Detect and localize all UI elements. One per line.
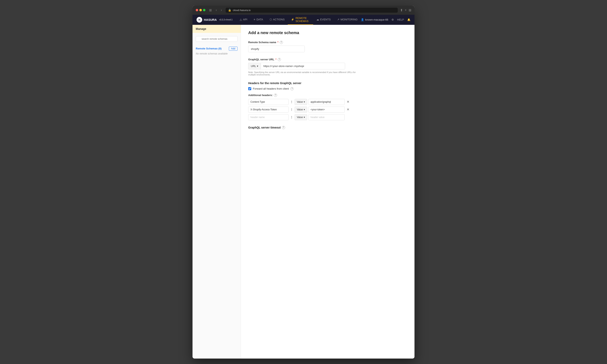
url-type-button[interactable]: URL ▾ xyxy=(248,63,261,69)
schema-name-help-icon[interactable]: ? xyxy=(280,41,283,44)
sidebar-toggle-icon[interactable]: ⊞ xyxy=(208,8,213,13)
top-nav: H HASURA v2.2.2-cloud.1 △ API ≡ DATA ⬡ A… xyxy=(193,15,414,25)
username: known-macaque-66 xyxy=(365,18,388,21)
forward-headers-checkbox[interactable] xyxy=(248,87,251,90)
monitoring-icon: ↗ xyxy=(337,18,339,21)
timeout-label: GraphQL server timeout ? xyxy=(248,126,407,129)
grid-icon[interactable]: ⊞ xyxy=(409,8,411,12)
hasura-logo: H HASURA v2.2.2-cloud.1 xyxy=(196,17,232,23)
value-type-button[interactable]: Value ▾ xyxy=(295,106,307,113)
additional-headers-help-icon[interactable]: ? xyxy=(274,94,277,97)
url-required-star: * xyxy=(275,58,276,61)
share-icon[interactable]: ⬆ xyxy=(400,8,403,12)
forward-headers-label: Forward all headers from client xyxy=(253,87,289,90)
nav-item-remote-schemas[interactable]: ⚡ REMOTE SCHEMAS xyxy=(288,15,313,25)
user-icon: 👤 xyxy=(361,18,364,21)
data-icon: ≡ xyxy=(254,18,255,21)
browser-actions: ⬆ + ⊞ xyxy=(400,8,411,12)
value-chevron-icon: ▾ xyxy=(304,108,305,111)
minimize-button[interactable] xyxy=(199,9,202,11)
back-button[interactable]: ‹ xyxy=(215,8,218,12)
version-badge: v2.2.2-cloud.1 xyxy=(219,19,232,21)
schema-name-label: Remote Schema name * ? xyxy=(248,41,407,44)
empty-message: No remote schemas available xyxy=(196,52,237,55)
forward-headers-row: Forward all headers from client ? xyxy=(248,87,407,91)
schema-name-input[interactable] xyxy=(248,46,305,52)
close-button[interactable] xyxy=(196,9,198,11)
notification-icon[interactable]: 🔔 xyxy=(407,18,411,21)
header-row: ⋮ Value ▾ ✕ xyxy=(248,106,407,113)
lock-icon: 🔒 xyxy=(228,9,231,12)
value-chevron-icon: ▾ xyxy=(304,116,305,119)
chevron-down-icon: ▾ xyxy=(257,65,258,68)
required-star: * xyxy=(277,41,278,44)
content-area: Add a new remote schema Remote Schema na… xyxy=(241,25,414,359)
headers-section-title: Headers for the remote GraphQL server xyxy=(248,81,407,85)
sidebar-section-header: Remote Schemas (0) Add xyxy=(196,47,237,51)
maximize-button[interactable] xyxy=(203,9,206,11)
nav-item-monitoring[interactable]: ↗ MONITORING xyxy=(334,15,361,25)
page-title: Add a new remote schema xyxy=(248,30,407,35)
header-name-input[interactable] xyxy=(248,99,289,105)
search-wrapper: 🔍 xyxy=(196,36,237,44)
header-value-input[interactable] xyxy=(308,106,345,113)
value-type-button[interactable]: Value ▾ xyxy=(295,99,307,105)
main-layout: Manage 🔍 Remote Schemas (0) Add No remot… xyxy=(193,25,414,359)
user-info: 👤 known-macaque-66 xyxy=(361,18,388,21)
graphql-url-section: GraphQL server URL * ? URL ▾ Note: Speci… xyxy=(248,58,407,76)
timeout-help-icon[interactable]: ? xyxy=(282,126,285,129)
header-row: ⋮ Value ▾ xyxy=(248,114,407,120)
sidebar-title: Manage xyxy=(193,25,241,33)
brand-name: HASURA xyxy=(204,18,217,21)
nav-item-data[interactable]: ≡ DATA xyxy=(250,15,266,25)
value-type-button[interactable]: Value ▾ xyxy=(295,114,307,120)
address-bar[interactable]: 🔒 cloud.hasura.io xyxy=(226,8,398,13)
add-schema-button[interactable]: Add xyxy=(229,47,237,51)
nav-right: 👤 known-macaque-66 ⚙ HELP 🔔 xyxy=(361,18,411,21)
forward-headers-help-icon[interactable]: ? xyxy=(290,87,294,91)
header-separator-icon: ⋮ xyxy=(290,100,293,104)
settings-icon[interactable]: ⚙ xyxy=(391,18,394,21)
url-input[interactable] xyxy=(261,63,345,69)
search-input[interactable] xyxy=(196,36,237,42)
help-label[interactable]: HELP xyxy=(397,18,404,21)
url-field-wrapper: URL ▾ xyxy=(248,63,345,69)
remove-header-button[interactable]: ✕ xyxy=(346,100,350,104)
header-value-input[interactable] xyxy=(308,114,345,120)
browser-chrome: ⊞ ‹ › 🔒 cloud.hasura.io ⬆ + ⊞ xyxy=(193,6,414,15)
sidebar: Manage 🔍 Remote Schemas (0) Add No remot… xyxy=(193,25,241,359)
headers-section: Headers for the remote GraphQL server Fo… xyxy=(248,81,407,120)
header-name-input[interactable] xyxy=(248,106,289,113)
browser-controls: ⊞ ‹ › xyxy=(208,8,223,13)
value-chevron-icon: ▾ xyxy=(304,101,305,103)
header-value-input[interactable] xyxy=(308,99,345,105)
header-row: ⋮ Value ▾ ✕ xyxy=(248,99,407,105)
traffic-lights xyxy=(196,9,206,11)
forward-button[interactable]: › xyxy=(220,8,223,12)
additional-headers-label: Additional headers: ? xyxy=(248,94,407,97)
graphql-url-help-icon[interactable]: ? xyxy=(278,58,281,61)
events-icon: ☁ xyxy=(316,18,319,21)
logo-icon: H xyxy=(196,17,202,23)
actions-icon: ⬡ xyxy=(270,18,272,21)
new-tab-icon[interactable]: + xyxy=(405,8,407,12)
api-icon: △ xyxy=(240,18,242,21)
url-note: Note: Specifying the server URL via an e… xyxy=(248,71,361,76)
nav-item-events[interactable]: ☁ EVENTS xyxy=(313,15,334,25)
url-text: cloud.hasura.io xyxy=(233,9,251,12)
top-nav-items: △ API ≡ DATA ⬡ ACTIONS ⚡ REMOTE SCHEMAS … xyxy=(236,15,361,25)
schema-name-section: Remote Schema name * ? xyxy=(248,41,407,52)
nav-item-api[interactable]: △ API xyxy=(236,15,250,25)
timeout-section: GraphQL server timeout ? xyxy=(248,126,407,129)
nav-item-actions[interactable]: ⬡ ACTIONS xyxy=(266,15,288,25)
remove-header-button[interactable]: ✕ xyxy=(346,107,350,112)
header-separator-icon: ⋮ xyxy=(290,116,293,119)
header-separator-icon: ⋮ xyxy=(290,108,293,111)
remote-schemas-count: Remote Schemas (0) xyxy=(196,47,221,50)
app: H HASURA v2.2.2-cloud.1 △ API ≡ DATA ⬡ A… xyxy=(193,15,414,359)
remote-schemas-icon: ⚡ xyxy=(291,18,294,21)
header-name-input[interactable] xyxy=(248,114,289,120)
graphql-url-label: GraphQL server URL * ? xyxy=(248,58,407,61)
